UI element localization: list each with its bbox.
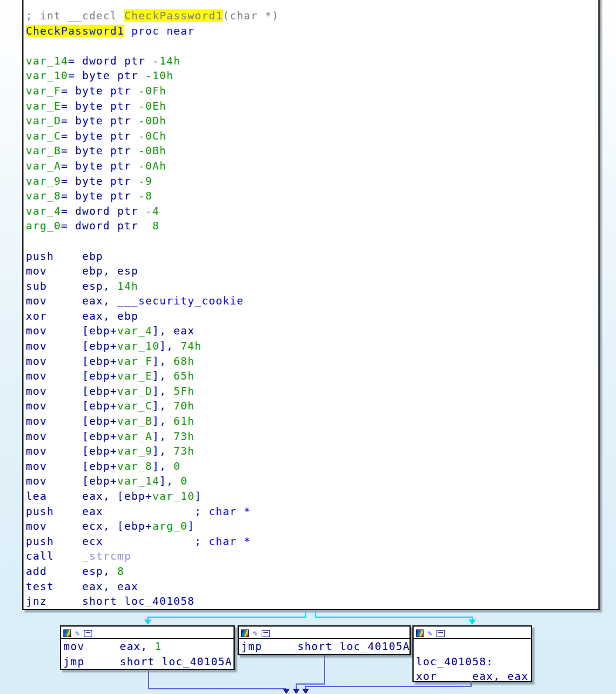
code-line[interactable]: var_B= byte ptr -0Bh xyxy=(26,143,598,158)
graph-node-return-true[interactable]: ✎ mov eax, 1jmp short loc_40105A xyxy=(60,625,235,670)
graph-node-checkpassword1-entry[interactable]: ; int __cdecl CheckPassword1(char *)Chec… xyxy=(22,0,600,610)
edge-branch-left xyxy=(148,611,306,620)
code-line[interactable]: var_A= byte ptr -0Ah xyxy=(26,158,598,174)
edge-branch-left-arrowhead xyxy=(144,619,151,625)
code-line[interactable] xyxy=(416,639,531,654)
code-line[interactable]: jnz short loc_401058 xyxy=(26,594,598,609)
code-line[interactable]: mov [ebp+var_4], eax xyxy=(26,323,598,338)
code-line[interactable] xyxy=(26,233,598,249)
code-line[interactable]: var_9= byte ptr -9 xyxy=(26,174,598,189)
node-window-icon[interactable] xyxy=(84,630,92,637)
code-line[interactable] xyxy=(26,38,598,53)
edit-node-icon[interactable]: ✎ xyxy=(73,629,82,637)
code-line[interactable]: xor eax, eax xyxy=(416,669,531,684)
node-color-icon[interactable] xyxy=(241,629,249,637)
code-line[interactable]: var_D= byte ptr -0Dh xyxy=(26,113,598,128)
code-line[interactable]: mov [ebp+var_10], 74h xyxy=(26,338,598,354)
code-line[interactable]: xor eax, ebp xyxy=(26,309,598,324)
code-line[interactable]: mov [ebp+var_C], 70h xyxy=(26,398,598,414)
disassembly-listing[interactable]: loc_401058:xor eax, eax xyxy=(414,639,531,684)
edge-flow-right-arrowhead xyxy=(302,689,309,694)
code-line[interactable]: test eax, eax xyxy=(26,579,598,594)
code-line[interactable]: mov [ebp+var_8], 0 xyxy=(26,459,598,474)
code-line[interactable]: mov [ebp+var_E], 65h xyxy=(26,368,598,384)
code-line[interactable]: var_C= byte ptr -0Ch xyxy=(26,128,598,144)
code-line[interactable]: push ebp xyxy=(26,249,598,264)
code-line[interactable]: push eax ; char * xyxy=(26,504,598,519)
ida-graph-view-canvas[interactable]: ; int __cdecl CheckPassword1(char *)Chec… xyxy=(0,0,616,694)
code-line[interactable]: var_F= byte ptr -0Fh xyxy=(26,83,598,99)
code-line[interactable]: loc_401058: xyxy=(416,654,531,669)
code-line[interactable]: call _strcmp xyxy=(26,549,598,564)
code-line[interactable]: mov eax, ___security_cookie xyxy=(26,293,598,309)
code-line[interactable]: ; int __cdecl CheckPassword1(char *) xyxy=(26,8,598,23)
code-line[interactable]: var_8= byte ptr -8 xyxy=(26,188,598,204)
code-line[interactable]: mov [ebp+var_F], 68h xyxy=(26,354,598,369)
code-line[interactable]: jmp short loc_40105A xyxy=(241,639,409,654)
code-line[interactable]: push ecx ; char * xyxy=(26,534,598,549)
node-window-icon[interactable] xyxy=(262,630,270,637)
node-color-icon[interactable] xyxy=(416,629,424,637)
code-line[interactable]: mov [ebp+var_9], 73h xyxy=(26,444,598,459)
code-line[interactable]: mov [ebp+var_14], 0 xyxy=(26,473,598,489)
code-line[interactable]: var_14= dword ptr -14h xyxy=(26,53,598,69)
code-line[interactable]: lea eax, [ebp+var_10] xyxy=(26,489,598,504)
edit-node-icon[interactable]: ✎ xyxy=(251,629,259,637)
code-line[interactable]: mov ebp, esp xyxy=(26,263,598,279)
edge-flow-left xyxy=(148,669,286,689)
graph-node-jmp[interactable]: ✎ jmp short loc_40105A xyxy=(238,625,411,655)
code-line[interactable]: jmp short loc_40105A xyxy=(63,654,233,669)
code-line[interactable]: add esp, 8 xyxy=(26,564,598,579)
node-header: ✎ xyxy=(239,627,409,639)
code-line[interactable]: mov [ebp+var_D], 5Fh xyxy=(26,384,598,399)
graph-node-loc-401058[interactable]: ✎ loc_401058:xor eax, eax xyxy=(412,625,532,682)
code-line[interactable]: sub esp, 14h xyxy=(26,279,598,294)
edge-flow-left-arrowhead xyxy=(283,689,290,694)
node-color-icon[interactable] xyxy=(63,629,71,637)
disassembly-listing[interactable]: mov eax, 1jmp short loc_40105A xyxy=(61,639,233,669)
disassembly-listing[interactable]: jmp short loc_40105A xyxy=(239,639,409,654)
edge-flow-middle-arrowhead xyxy=(293,689,300,694)
code-line[interactable]: mov eax, 1 xyxy=(63,639,233,654)
node-window-icon[interactable] xyxy=(436,630,445,637)
edge-branch-right-arrowhead xyxy=(469,619,476,625)
code-line[interactable]: mov ecx, [ebp+arg_0] xyxy=(26,519,598,534)
edit-node-icon[interactable]: ✎ xyxy=(426,629,434,637)
disassembly-listing[interactable]: ; int __cdecl CheckPassword1(char *)Chec… xyxy=(23,0,598,609)
code-line[interactable]: arg_0= dword ptr 8 xyxy=(26,218,598,233)
node-header: ✎ xyxy=(414,627,531,639)
code-line[interactable]: var_4= dword ptr -4 xyxy=(26,204,598,219)
code-line[interactable]: CheckPassword1 proc near xyxy=(26,23,598,39)
code-line[interactable]: mov [ebp+var_B], 61h xyxy=(26,414,598,429)
code-line[interactable]: var_E= byte ptr -0Eh xyxy=(26,99,598,114)
code-line[interactable]: var_10= byte ptr -10h xyxy=(26,68,598,83)
edge-flow-middle xyxy=(296,655,324,689)
node-header: ✎ xyxy=(61,627,233,639)
edge-branch-right xyxy=(316,611,472,620)
code-line[interactable]: mov [ebp+var_A], 73h xyxy=(26,429,598,444)
